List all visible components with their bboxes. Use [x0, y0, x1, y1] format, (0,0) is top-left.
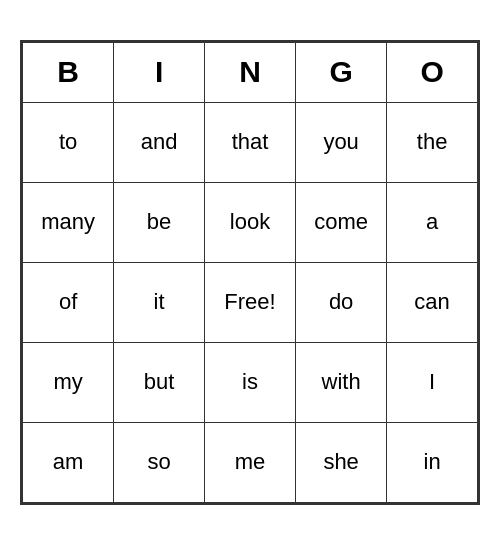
table-row: amsomeshein	[23, 422, 478, 502]
cell-r3-c1: but	[114, 342, 205, 422]
table-row: toandthatyouthe	[23, 102, 478, 182]
cell-r0-c2: that	[204, 102, 295, 182]
cell-r1-c0: many	[23, 182, 114, 262]
table-row: manybelookcomea	[23, 182, 478, 262]
cell-r2-c3: do	[296, 262, 387, 342]
cell-r0-c3: you	[296, 102, 387, 182]
cell-r3-c4: I	[387, 342, 478, 422]
cell-r2-c4: can	[387, 262, 478, 342]
cell-r2-c1: it	[114, 262, 205, 342]
cell-r1-c2: look	[204, 182, 295, 262]
header-cell-g: G	[296, 42, 387, 102]
cell-r4-c4: in	[387, 422, 478, 502]
header-cell-n: N	[204, 42, 295, 102]
table-row: ofitFree!docan	[23, 262, 478, 342]
header-cell-i: I	[114, 42, 205, 102]
cell-r1-c3: come	[296, 182, 387, 262]
cell-r3-c0: my	[23, 342, 114, 422]
cell-r4-c2: me	[204, 422, 295, 502]
header-cell-b: B	[23, 42, 114, 102]
cell-r0-c0: to	[23, 102, 114, 182]
cell-r0-c1: and	[114, 102, 205, 182]
cell-r4-c1: so	[114, 422, 205, 502]
cell-r3-c2: is	[204, 342, 295, 422]
cell-r2-c0: of	[23, 262, 114, 342]
cell-r2-c2: Free!	[204, 262, 295, 342]
cell-r3-c3: with	[296, 342, 387, 422]
bingo-card: BINGO toandthatyouthemanybelookcomeaofit…	[20, 40, 480, 505]
cell-r1-c4: a	[387, 182, 478, 262]
header-row: BINGO	[23, 42, 478, 102]
cell-r0-c4: the	[387, 102, 478, 182]
table-row: mybutiswithI	[23, 342, 478, 422]
cell-r4-c0: am	[23, 422, 114, 502]
header-cell-o: O	[387, 42, 478, 102]
cell-r1-c1: be	[114, 182, 205, 262]
cell-r4-c3: she	[296, 422, 387, 502]
bingo-table: BINGO toandthatyouthemanybelookcomeaofit…	[22, 42, 478, 503]
